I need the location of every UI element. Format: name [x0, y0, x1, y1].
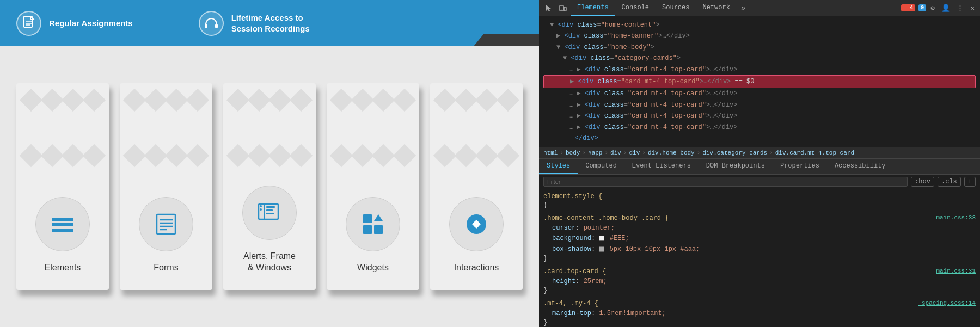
more-options-btn[interactable]: ⋮ — [954, 4, 966, 13]
cursor-tool-btn[interactable] — [542, 2, 555, 15]
device-toggle-btn[interactable] — [556, 2, 569, 15]
banner-tab — [474, 34, 539, 46]
svg-rect-19 — [266, 209, 273, 211]
tree-line: … ▶ <div class="card mt-4 top-card">…</d… — [543, 110, 976, 121]
card-forms[interactable]: Forms — [120, 83, 212, 290]
tab-dom-breakpoints[interactable]: DOM Breakpoints — [699, 159, 773, 174]
svg-rect-5 — [215, 24, 218, 28]
css-file-link-1[interactable]: main.css:33 — [936, 214, 976, 221]
banner-item-assignments-text: Regular Assignments — [49, 18, 133, 29]
card-bg-pattern — [430, 83, 523, 203]
svg-rect-18 — [266, 206, 275, 208]
card-interactions[interactable]: Interactions — [430, 83, 523, 290]
tab-console[interactable]: Console — [615, 0, 656, 16]
svg-rect-6 — [52, 218, 74, 221]
svg-rect-27 — [564, 7, 566, 11]
css-prop-boxshadow: box-shadow: 5px 10px 10px 1px #aaa; — [543, 244, 976, 255]
css-prop-height: height: 25rem; — [543, 276, 976, 287]
devtools-toolbar: Elements Console Sources Network » 4 9 ⚙… — [539, 0, 980, 16]
elements-icon — [35, 197, 90, 251]
svg-point-28 — [561, 9, 562, 10]
tree-line: ▼ <div class="category-cards"> — [543, 53, 976, 64]
close-devtools-btn[interactable]: ✕ — [968, 4, 977, 13]
banner-item-assignments: Regular Assignments — [16, 11, 133, 36]
svg-rect-8 — [52, 229, 74, 232]
devtools-tabs: Elements Console Sources Network » — [571, 0, 900, 16]
breadcrumb-category-cards[interactable]: div.category-cards — [702, 150, 767, 156]
tree-line: ▶ <div class="home-banner">…</div> — [543, 30, 976, 41]
gear-icon[interactable]: ⚙ — [928, 4, 937, 13]
tab-event-listeners[interactable]: Event Listeners — [624, 159, 699, 174]
banner-divider — [166, 7, 166, 40]
error-badge: 4 — [901, 4, 915, 11]
card-alerts-label: Alerts, Frame& Windows — [243, 251, 296, 274]
css-rule-top-card: .card.top-card { main.css:31 height: 25r… — [543, 268, 976, 294]
breadcrumb-html[interactable]: html — [543, 150, 558, 156]
css-file-link-3[interactable]: _spacing.scss:14 — [918, 300, 976, 306]
css-rule-element-style: element.style { } — [543, 193, 976, 209]
breadcrumb-div1[interactable]: div — [610, 150, 621, 156]
tree-line-highlighted: ▶ <div class="card mt-4 top-card">…</div… — [543, 75, 976, 88]
css-rule-card: .home-content .home-body .card { main.cs… — [543, 214, 976, 262]
tab-network[interactable]: Network — [696, 0, 736, 16]
svg-rect-20 — [266, 213, 274, 214]
breadcrumb-div2[interactable]: div — [629, 150, 640, 156]
tab-accessibility[interactable]: Accessibility — [827, 159, 893, 174]
svg-rect-4 — [205, 24, 207, 28]
person-icon[interactable]: 👤 — [939, 4, 952, 13]
css-prop-cursor: cursor: pointer; — [543, 223, 976, 233]
forms-icon — [139, 197, 193, 251]
breadcrumb-bar: html › body › #app › div › div › div.hom… — [539, 147, 980, 159]
card-elements-label: Elements — [45, 262, 81, 274]
tree-line: ▼ <div class="home-body"> — [543, 42, 976, 53]
cards-area: Elements Forms — [0, 46, 539, 327]
css-file-link-2[interactable]: main.css:31 — [936, 268, 976, 274]
tree-line: … ▶ <div class="card mt-4 top-card">…</d… — [543, 88, 976, 99]
filter-hov-btn[interactable]: :hov — [911, 177, 934, 187]
css-close: } — [543, 255, 976, 262]
svg-marker-22 — [374, 214, 383, 221]
svg-rect-21 — [363, 214, 372, 223]
card-alerts[interactable]: Alerts, Frame& Windows — [223, 83, 316, 290]
css-close: } — [543, 319, 976, 326]
svg-rect-24 — [374, 225, 383, 234]
breadcrumb-card[interactable]: div.card.mt-4.top-card — [775, 150, 854, 156]
color-swatch-eee — [599, 236, 604, 241]
left-panel: Regular Assignments Lifetime Access toSe… — [0, 0, 539, 327]
filter-bar: :hov .cls + — [539, 175, 980, 189]
tab-sources[interactable]: Sources — [656, 0, 696, 16]
tree-line: … ▶ <div class="card mt-4 top-card">…</d… — [543, 100, 976, 110]
css-selector: .mt-4, .my-4 { _spacing.scss:14 — [543, 300, 976, 307]
html-tree: ▼ <div class="home-content"> ▶ <div clas… — [539, 16, 980, 147]
bottom-tabs: Styles Computed Event Listeners DOM Brea… — [539, 159, 980, 175]
tab-elements[interactable]: Elements — [571, 0, 615, 16]
tab-properties[interactable]: Properties — [773, 159, 827, 174]
card-elements[interactable]: Elements — [16, 83, 109, 290]
more-tabs-btn[interactable]: » — [737, 4, 750, 13]
svg-point-16 — [260, 205, 262, 207]
card-widgets[interactable]: Widgets — [327, 83, 419, 290]
tab-computed[interactable]: Computed — [578, 159, 624, 174]
css-rules: element.style { } .home-content .home-bo… — [539, 189, 980, 327]
card-forms-label: Forms — [154, 262, 178, 274]
card-bg-pattern — [120, 83, 212, 203]
css-selector: .card.top-card { main.css:31 — [543, 268, 976, 275]
headphones-icon — [199, 11, 224, 36]
filter-cls-btn[interactable]: .cls — [938, 177, 961, 187]
breadcrumb-app[interactable]: #app — [588, 150, 602, 156]
css-close: } — [543, 287, 976, 294]
top-banner: Regular Assignments Lifetime Access toSe… — [0, 0, 539, 46]
css-prop-background: background: #EEE; — [543, 233, 976, 244]
breadcrumb-home-body[interactable]: div.home-body — [648, 150, 695, 156]
svg-point-29 — [904, 5, 908, 10]
filter-add-btn[interactable]: + — [964, 177, 976, 187]
css-selector: element.style { — [543, 193, 976, 200]
banner-item-recordings-text: Lifetime Access toSession Recordings — [231, 13, 310, 34]
svg-rect-9 — [157, 214, 175, 234]
filter-input[interactable] — [543, 177, 908, 187]
breadcrumb-body[interactable]: body — [566, 150, 580, 156]
css-prop-margintop: margin-top: 1.5rem!important; — [543, 309, 976, 319]
styles-panel: :hov .cls + element.style { } .home-cont… — [539, 175, 980, 327]
warning-badge: 9 — [918, 4, 926, 11]
tab-styles[interactable]: Styles — [539, 159, 578, 174]
